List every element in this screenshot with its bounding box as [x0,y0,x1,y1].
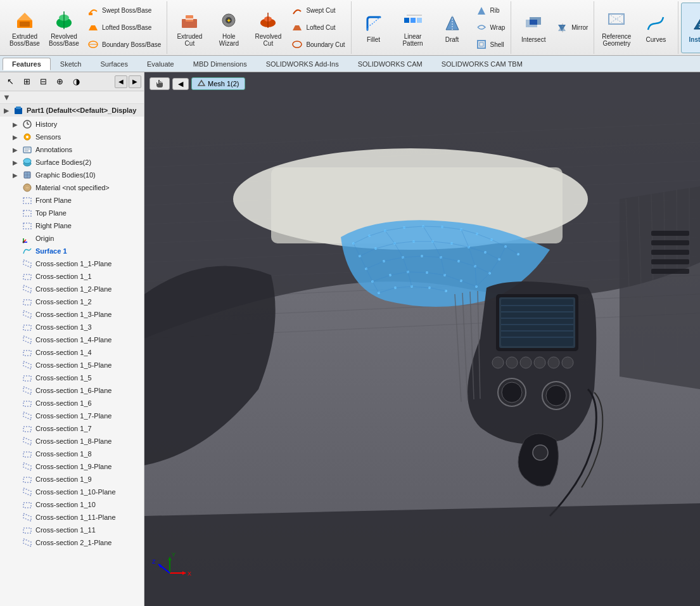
tree-item-cs-1-2-plane[interactable]: ▶ Cross-section 1_2-Plane [0,283,144,295]
tab-mbd[interactable]: MBD Dimensions [184,58,257,70]
tab-sketch[interactable]: Sketch [51,58,91,70]
tree-item-cs-1-8[interactable]: ▶ Cross-section 1_8 [0,448,144,460]
swept-boss-icon [87,4,99,17]
tab-addins[interactable]: SOLIDWORKS Add-Ins [257,58,348,70]
extruded-cut-icon [178,9,201,32]
curves-button[interactable]: Curves [636,3,675,53]
instant3d-button[interactable]: 3D Instant3D [681,3,700,53]
tree-item-cs-1-9-plane[interactable]: ▶ Cross-section 1_9-Plane [0,460,144,473]
intersect-group: Intersect Mirror [511,1,594,54]
tree-item-cs-1-5-plane[interactable]: ▶ Cross-section 1_5-Plane [0,359,144,371]
orientation-button[interactable]: ⊕ [52,74,67,89]
viewport-hand-tool[interactable] [150,77,170,90]
rib-button[interactable]: Rib [472,3,509,18]
tab-features[interactable]: Features [3,58,51,70]
svg-point-165 [533,445,548,460]
lofted-boss-label: Lofted Boss/Base [102,24,151,31]
svg-rect-85 [23,528,31,533]
tree-item-cs-1-4-plane[interactable]: ▶ Cross-section 1_4-Plane [0,333,144,346]
tab-cam-tbm[interactable]: SOLIDWORKS CAM TBM [432,58,532,70]
shell-label: Shell [490,41,504,48]
tree-item-cs-1-3-plane[interactable]: ▶ Cross-section 1_3-Plane [0,308,144,321]
main-toolbar: Extruded Boss/Base Revolved Boss/Base Sw… [0,0,700,56]
revolved-boss-icon [53,9,75,32]
wrap-button[interactable]: Wrap [472,20,509,35]
extruded-cut-button[interactable]: ExtrudedCut [170,3,209,53]
tree-item-sensors[interactable]: ▶ Sensors [0,131,144,143]
display-style-button[interactable]: ◑ [68,74,84,89]
tree-item-material[interactable]: ▶ Material <not specified> [0,181,144,194]
tree-item-cs-2-1-plane[interactable]: ▶ Cross-section 2_1-Plane [0,536,144,549]
lofted-cut-icon [291,21,303,34]
svg-rect-69 [23,325,31,330]
tree-item-cs-1-6[interactable]: ▶ Cross-section 1_6 [0,397,144,409]
draft-label: Draft [445,36,459,43]
swept-cut-button[interactable]: Swept Cut [288,3,348,18]
rib-label: Rib [490,7,500,14]
boundary-boss-button[interactable]: Boundary Boss/Base [84,37,164,52]
tree-item-cs-1-1[interactable]: ▶ Cross-section 1_1 [0,270,144,283]
mirror-button[interactable]: Mirror [553,20,591,35]
panel-forward-button[interactable]: ▶ [129,75,141,88]
tab-evaluate[interactable]: Evaluate [137,58,184,70]
part-header[interactable]: ▶ Part1 (Default<<Default>_Display [0,104,144,117]
tab-surfaces[interactable]: Surfaces [91,58,137,70]
svg-rect-6 [89,13,92,15]
linear-pattern-button[interactable]: LinearPattern [393,3,433,53]
3d-viewport[interactable]: ◀ Mesh 1(2) [144,72,700,606]
reference-geometry-button[interactable]: ReferenceGeometry [597,3,636,53]
tree-item-history[interactable]: ▶ History [0,118,144,131]
draft-button[interactable]: Draft [433,3,472,53]
tree-item-cs-1-7[interactable]: ▶ Cross-section 1_7 [0,422,144,435]
tree-item-cs-1-5[interactable]: ▶ Cross-section 1_5 [0,371,144,384]
hole-wizard-button[interactable]: ✦ HoleWizard [209,3,248,53]
viewport-mesh-tab[interactable]: Mesh 1(2) [191,77,245,90]
tree-item-cs-1-3[interactable]: ▶ Cross-section 1_3 [0,321,144,333]
instant3d-label: Instant3D [689,36,700,43]
tree-item-surface-bodies[interactable]: ▶ Surface Bodies(2) [0,156,144,169]
swept-boss-button[interactable]: Swept Boss/Base [84,3,164,18]
tree-item-graphic-bodies[interactable]: ▶ Graphic Bodies(10) [0,169,144,181]
tree-item-cs-1-10[interactable]: ▶ Cross-section 1_10 [0,498,144,511]
tab-cam[interactable]: SOLIDWORKS CAM [348,58,432,70]
panel-back-button[interactable]: ◀ [115,75,127,88]
swept-cut-label: Swept Cut [306,7,335,14]
tree-item-cs-1-10-plane[interactable]: ▶ Cross-section 1_10-Plane [0,486,144,498]
revolved-cut-button[interactable]: RevolvedCut [248,3,288,53]
fillet-button[interactable]: Fillet [354,3,393,53]
tree-item-cs-1-9[interactable]: ▶ Cross-section 1_9 [0,473,144,486]
3d-scene[interactable]: X Y Z [144,72,700,606]
tree-item-cs-1-8-plane[interactable]: ▶ Cross-section 1_8-Plane [0,435,144,448]
tree-item-cs-1-2[interactable]: ▶ Cross-section 1_2 [0,295,144,308]
revolved-boss-button[interactable]: Revolved Boss/Base [44,3,84,53]
arrow-tool-button[interactable]: ↖ [3,74,18,89]
reference-geometry-label: ReferenceGeometry [602,33,631,47]
lofted-boss-button[interactable]: Lofted Boss/Base [84,20,164,35]
tree-item-cs-1-7-plane[interactable]: ▶ Cross-section 1_7-Plane [0,409,144,422]
zoom-area-button[interactable]: ⊞ [19,74,34,89]
svg-rect-58 [23,210,31,216]
tree-item-surface-1[interactable]: ▶ Surface 1 [0,245,144,257]
tree-item-cs-1-11[interactable]: ▶ Cross-section 1_11 [0,524,144,536]
filter-icon: ▼ [3,93,11,102]
svg-rect-174 [651,250,689,255]
boundary-cut-button[interactable]: Boundary Cut [288,37,348,52]
tree-item-cs-1-4[interactable]: ▶ Cross-section 1_4 [0,346,144,359]
tree-item-top-plane[interactable]: ▶ Top Plane [0,207,144,219]
tree-item-front-plane[interactable]: ▶ Front Plane [0,194,144,207]
tree-item-cs-1-11-plane[interactable]: ▶ Cross-section 1_11-Plane [0,511,144,524]
lofted-cut-button[interactable]: Lofted Cut [288,20,348,35]
viewport-prev-button[interactable]: ◀ [172,78,189,90]
extruded-boss-button[interactable]: Extruded Boss/Base [5,3,44,53]
svg-rect-81 [23,477,31,482]
tree-item-right-plane[interactable]: ▶ Right Plane [0,219,144,232]
tabs-bar: Features Sketch Surfaces Evaluate MBD Di… [0,56,700,72]
tree-item-cs-1-6-plane[interactable]: ▶ Cross-section 1_6-Plane [0,384,144,397]
intersect-label: Intersect [521,36,545,43]
tree-item-annotations[interactable]: ▶ Annotations [0,143,144,156]
tree-item-cs-1-1-plane[interactable]: ▶ Cross-section 1_1-Plane [0,257,144,270]
section-view-button[interactable]: ⊟ [35,74,51,89]
shell-button[interactable]: Shell [472,37,509,52]
tree-item-origin[interactable]: ▶ Origin [0,232,144,245]
intersect-button[interactable]: Intersect [514,3,553,53]
